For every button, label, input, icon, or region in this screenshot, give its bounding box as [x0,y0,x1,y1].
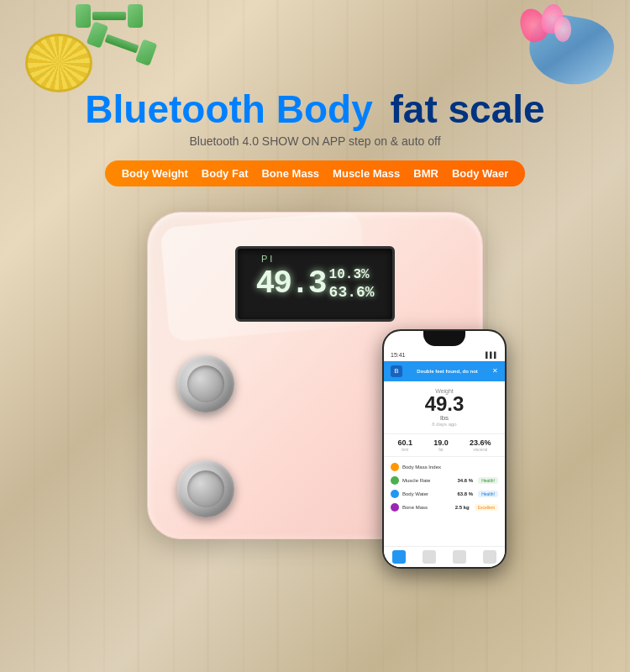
subtitle: Bluetooth 4.0 SHOW ON APP step on & auto… [0,134,630,148]
phone-app-header: B Double feet found, do not ✕ [384,361,505,381]
phone-stats-row: 60.1 bmi 19.0 fat 23.6% visceral [384,433,505,457]
lcd-top-value: 10.3% [329,267,375,282]
phone-signal: ▌▌▌ [486,352,498,358]
phone-body: 15:41 ▌▌▌ B Double feet found, do not ✕ … [382,329,507,569]
feature-bmr[interactable]: BMR [413,167,438,180]
features-bar: Body Weight Body Fat Bone Mass Muscle Ma… [0,160,630,186]
phone-weight-unit: lbs [384,414,505,422]
main-area: P I 49.3 10.3% 63.6% [17,195,613,556]
title-bluetooth: Bluetooth Body [85,87,372,131]
flower-decoration [504,0,588,67]
lcd-bottom-value: 63.6% [329,284,375,301]
foot-bottom-left [177,460,234,517]
phone-screen: 15:41 ▌▌▌ B Double feet found, do not ✕ … [384,331,505,567]
dumbbell-decoration [76,4,155,55]
phone-app-message: Double feet found, do not [417,369,478,374]
scale-container: P I 49.3 10.3% 63.6% [130,203,500,556]
phone-status-bar: 15:41 ▌▌▌ [384,349,505,361]
phone-nav-home[interactable] [392,550,406,564]
title-fatscale: fat scale [391,87,545,131]
feature-bone-mass[interactable]: Bone Mass [261,167,319,180]
phone-date: 6 days ago [384,422,505,427]
phone-metric-bone: Bone Mass 2.5 kg Excellent [384,501,505,514]
phone-metric-muscle: Muscle Rate 34.6 % Health! [384,474,505,487]
phone-metric-water: Body Water 63.8 % Health! [384,487,505,501]
phone-stat-0: 60.1 bmi [398,438,413,452]
phone-nav-chart[interactable] [423,550,436,564]
phone-nav-user[interactable] [453,550,466,564]
feature-body-weight[interactable]: Body Weight [122,167,188,180]
phone-metric-bmi: Body Mass Index [384,460,505,474]
feature-body-waer[interactable]: Body Waer [452,167,508,180]
lcd-label-pi: P I [261,254,272,264]
phone-bottom-nav[interactable] [384,546,505,567]
phone-notch [423,331,465,346]
phone-weight-display: Weight 49.3 lbs 6 days ago [384,381,505,430]
phone-stat-1: 19.0 fat [433,438,449,452]
foot-top-left [177,355,234,412]
phone-time: 15:41 [391,352,406,358]
lcd-display: P I 49.3 10.3% 63.6% [235,246,395,322]
feature-muscle-mass[interactable]: Muscle Mass [333,167,400,180]
feature-body-fat[interactable]: Body Fat [202,167,249,180]
phone-nav-settings[interactable] [483,550,496,564]
phone-weight-value: 49.3 [384,394,505,414]
lcd-main-value: 49.3 [255,265,325,302]
phone-stat-2: 23.6% visceral [470,438,491,452]
phone-container: 15:41 ▌▌▌ B Double feet found, do not ✕ … [382,329,508,573]
